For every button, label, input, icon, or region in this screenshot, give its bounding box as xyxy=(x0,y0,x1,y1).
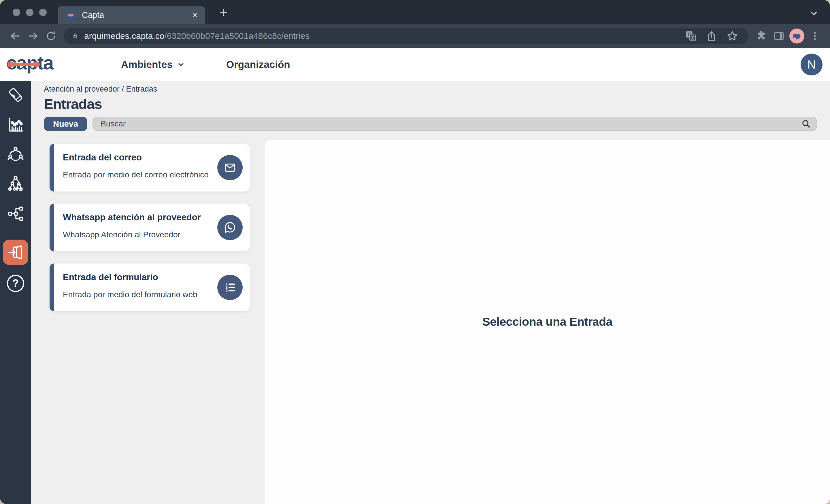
ticket-icon xyxy=(7,87,24,104)
empty-state-text: Selecciona una Entrada xyxy=(482,315,612,329)
search-bar xyxy=(93,116,817,131)
close-window-button[interactable] xyxy=(13,9,20,16)
translate-icon[interactable]: G xyxy=(682,27,700,45)
forward-button[interactable] xyxy=(24,27,42,45)
nav-organizacion[interactable]: Organización xyxy=(226,59,290,70)
url-path: /6320b60b07e1a5001a486c8c/entries xyxy=(165,31,310,41)
mail-icon xyxy=(223,161,236,174)
lock-icon xyxy=(71,32,79,40)
entry-title: Entrada del correo xyxy=(63,153,213,163)
browser-tab[interactable]: ca Capta × xyxy=(58,6,205,24)
app-nav: Ambientes Organización xyxy=(121,59,290,70)
nav-organizacion-label: Organización xyxy=(226,59,290,70)
main-content: Atención al proveedor / Entradas Entrada… xyxy=(31,81,830,504)
extensions-puzzle-icon[interactable] xyxy=(752,27,770,45)
entry-description: Entrada por medio del formulario web xyxy=(63,290,213,299)
bookmark-star-icon[interactable] xyxy=(723,27,741,45)
reload-button[interactable] xyxy=(42,27,60,45)
card-accent-bar xyxy=(50,144,54,192)
browser-toolbar: arquimedes.capta.co/6320b60b07e1a5001a48… xyxy=(0,24,830,48)
help-button[interactable]: ? xyxy=(7,275,24,292)
analytics-chart-icon xyxy=(7,116,25,134)
entry-title: Whatsapp atención al proveedor xyxy=(63,212,213,223)
entry-card-whatsapp[interactable]: Whatsapp atención al proveedor Whatsapp … xyxy=(50,204,250,251)
window-controls xyxy=(13,9,47,16)
entry-description: Entrada por medio del correo electrónico xyxy=(63,170,213,179)
sidebar-item-entradas-active[interactable] xyxy=(3,240,28,265)
tab-favicon: ca xyxy=(65,9,76,21)
tab-list-chevron-icon[interactable] xyxy=(808,7,820,20)
card-accent-bar xyxy=(50,264,54,311)
nav-ambientes-label: Ambientes xyxy=(121,59,172,70)
svg-text:3: 3 xyxy=(226,289,228,293)
sidebar-item-decision-tree[interactable] xyxy=(6,175,25,193)
numbered-list-icon: 1 2 3 xyxy=(223,281,236,294)
tab-strip: ca Capta × + xyxy=(0,0,830,24)
card-accent-bar xyxy=(50,204,54,251)
new-tab-button[interactable]: + xyxy=(216,4,232,20)
search-input[interactable] xyxy=(93,116,817,131)
door-enter-icon xyxy=(7,244,24,261)
decision-tree-icon xyxy=(7,175,25,193)
entry-detail-panel: Selecciona una Entrada xyxy=(264,140,830,504)
question-mark-icon: ? xyxy=(12,277,19,290)
tab-title: Capta xyxy=(82,10,104,20)
browser-window: ca Capta × + arquimedes.capta.co/6320b60… xyxy=(0,0,830,504)
entry-card-formulario[interactable]: Entrada del formulario Entrada por medio… xyxy=(50,264,250,311)
sidebar-item-analytics[interactable] xyxy=(6,115,25,134)
new-entry-button[interactable]: Nueva xyxy=(44,116,87,131)
chevron-down-icon xyxy=(177,60,185,69)
page-title: Entradas xyxy=(44,96,817,112)
minimize-window-button[interactable] xyxy=(26,9,33,16)
mail-badge xyxy=(217,155,243,180)
entry-description: Whatsapp Atención al Proveedor xyxy=(63,230,213,239)
elephant-icon xyxy=(792,31,802,41)
capta-logo-link-bar xyxy=(9,63,39,66)
url-bar[interactable]: arquimedes.capta.co/6320b60b07e1a5001a48… xyxy=(64,28,748,44)
breadcrumb[interactable]: Atención al proveedor / Entradas xyxy=(44,85,817,94)
share-icon[interactable] xyxy=(703,27,721,45)
nav-ambientes[interactable]: Ambientes xyxy=(121,59,185,70)
user-avatar[interactable]: N xyxy=(801,54,823,75)
whatsapp-badge xyxy=(217,215,243,240)
capta-logo[interactable]: capta xyxy=(6,52,53,74)
browser-profile-avatar[interactable] xyxy=(788,27,806,45)
favicon-logo-bar xyxy=(67,14,74,15)
sidebar-item-tickets[interactable] xyxy=(6,86,25,104)
maximize-window-button[interactable] xyxy=(39,9,47,16)
entry-card-correo[interactable]: Entrada del correo Entrada por medio del… xyxy=(50,144,250,192)
people-network-icon xyxy=(7,145,25,163)
entries-list: Entrada del correo Entrada por medio del… xyxy=(31,140,264,504)
side-panel-icon[interactable] xyxy=(770,27,788,45)
sidebar-item-team[interactable] xyxy=(6,145,25,164)
tab-close-icon[interactable]: × xyxy=(192,10,198,20)
browser-menu-kebab-icon[interactable] xyxy=(806,27,824,45)
back-button[interactable] xyxy=(6,27,24,45)
entry-title: Entrada del formulario xyxy=(63,272,213,282)
whatsapp-icon xyxy=(223,221,237,234)
url-text: arquimedes.capta.co/6320b60b07e1a5001a48… xyxy=(84,31,310,41)
url-domain: arquimedes.capta.co xyxy=(84,31,165,41)
flowchart-icon xyxy=(7,205,25,223)
search-icon[interactable] xyxy=(801,119,811,131)
app-sidebar: ? xyxy=(0,81,31,504)
app-header: capta Ambientes Organización N xyxy=(0,48,830,81)
sidebar-item-flows[interactable] xyxy=(6,204,25,223)
form-badge: 1 2 3 xyxy=(217,275,243,300)
